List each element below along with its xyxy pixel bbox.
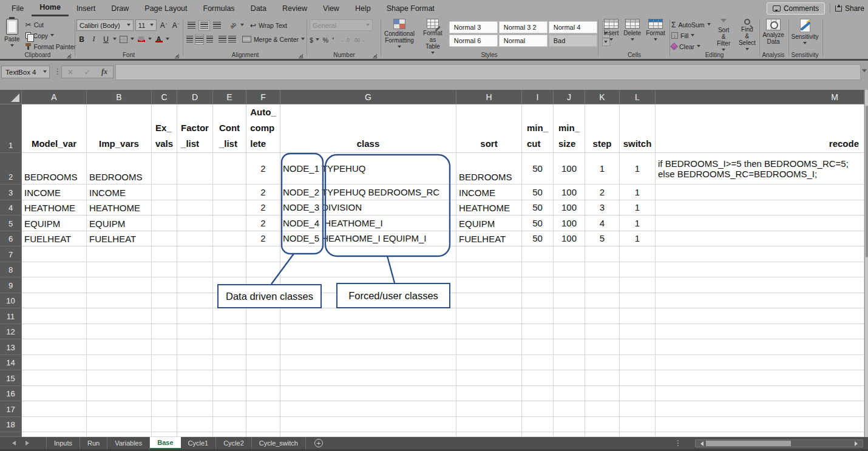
fill-color-button[interactable] — [136, 34, 146, 44]
row-header-9[interactable]: 9 — [0, 277, 22, 293]
row-header-4[interactable]: 4 — [0, 200, 22, 216]
cell-F7[interactable] — [246, 246, 280, 262]
cell-D16[interactable] — [177, 386, 213, 402]
cell-L4[interactable]: 1 — [620, 200, 656, 216]
cell-B8[interactable] — [87, 262, 152, 278]
confirm-entry-icon[interactable]: ✓ — [84, 68, 90, 76]
cell-J19[interactable] — [554, 432, 585, 437]
cell-K10[interactable] — [585, 293, 620, 309]
cell-J13[interactable] — [554, 339, 585, 355]
bold-button[interactable]: B — [76, 34, 87, 44]
cell-M16[interactable] — [656, 386, 864, 402]
row-header-5[interactable]: 5 — [0, 215, 22, 231]
cell-A10[interactable] — [22, 293, 87, 309]
column-header-B[interactable]: B — [87, 90, 152, 104]
cell-L18[interactable] — [620, 417, 656, 433]
cell-M2[interactable]: if BEDROOMS_I>=5 then BEDROOMS_RC=5; els… — [656, 153, 864, 185]
horizontal-scrollbar-thumb[interactable] — [706, 441, 791, 446]
cell-L5[interactable]: 1 — [620, 215, 656, 231]
align-bottom-button[interactable] — [211, 20, 223, 31]
column-header-C[interactable]: C — [152, 90, 177, 104]
cell-K2[interactable]: 1 — [585, 153, 620, 185]
cell-F15[interactable] — [246, 370, 280, 386]
font-color-dropdown[interactable] — [166, 38, 169, 42]
cell-H15[interactable] — [456, 370, 522, 386]
cell-A13[interactable] — [22, 339, 87, 355]
cell-J16[interactable] — [554, 386, 585, 402]
clear-button[interactable]: Clear — [671, 41, 711, 52]
cell-H3[interactable]: INCOME — [456, 185, 522, 200]
cell-B19[interactable] — [87, 432, 152, 437]
sensitivity-button[interactable]: Sensitivity — [790, 18, 820, 47]
cell-D13[interactable] — [177, 339, 213, 355]
cell-L3[interactable]: 1 — [620, 185, 656, 200]
cell-D7[interactable] — [177, 246, 213, 262]
cell-F18[interactable] — [246, 417, 280, 433]
hscroll-right-icon[interactable] — [855, 441, 860, 446]
cell-I13[interactable] — [522, 339, 554, 355]
cell-D3[interactable] — [177, 185, 213, 200]
cell-J14[interactable] — [554, 355, 585, 371]
cell-B5[interactable]: EQUIPM — [87, 215, 152, 231]
cell-L2[interactable]: 1 — [620, 153, 656, 185]
cell-F11[interactable] — [246, 308, 280, 324]
cell-K6[interactable]: 5 — [585, 231, 620, 247]
cell-H11[interactable] — [456, 308, 522, 324]
cell-G11[interactable] — [280, 308, 456, 324]
cell-B1[interactable]: Imp_vars — [87, 104, 152, 153]
alignment-dialog-launcher[interactable] — [299, 54, 303, 58]
row-header-2[interactable]: 2 — [0, 153, 22, 185]
cell-I10[interactable] — [522, 293, 554, 309]
font-size-select[interactable]: 11 — [135, 19, 157, 31]
cell-C14[interactable] — [152, 355, 177, 371]
number-format-select[interactable]: General — [310, 19, 373, 31]
ribbon-tab-file[interactable]: File — [4, 0, 32, 16]
orientation-dropdown[interactable] — [240, 24, 244, 28]
cell-I9[interactable] — [522, 277, 554, 293]
merge-center-button[interactable]: Merge & Center — [242, 34, 305, 44]
cell-I2[interactable]: 50 — [522, 153, 554, 185]
cell-I17[interactable] — [522, 401, 554, 417]
cell-G14[interactable] — [280, 355, 456, 371]
cell-H17[interactable] — [456, 401, 522, 417]
cell-L7[interactable] — [620, 246, 656, 262]
column-header-G[interactable]: G — [280, 90, 456, 104]
cell-K13[interactable] — [585, 339, 620, 355]
row-header-16[interactable]: 16 — [0, 386, 22, 402]
column-header-D[interactable]: D — [177, 90, 213, 104]
cell-E17[interactable] — [213, 401, 246, 417]
cell-J18[interactable] — [554, 417, 585, 433]
ribbon-tab-shape-format[interactable]: Shape Format — [379, 0, 442, 16]
cell-H19[interactable] — [456, 432, 522, 437]
cell-E13[interactable] — [213, 339, 246, 355]
cell-K14[interactable] — [585, 355, 620, 371]
cell-E6[interactable] — [213, 231, 246, 247]
cell-A6[interactable]: FUELHEAT — [22, 231, 87, 247]
cell-L15[interactable] — [620, 370, 656, 386]
cell-A19[interactable] — [22, 432, 87, 437]
cell-L13[interactable] — [620, 339, 656, 355]
cell-C18[interactable] — [152, 417, 177, 433]
select-all-corner[interactable] — [0, 90, 22, 104]
cell-M3[interactable] — [656, 185, 864, 200]
cell-B6[interactable]: FUELHEAT — [87, 231, 152, 247]
cell-D15[interactable] — [177, 370, 213, 386]
accounting-format-button[interactable]: $ — [310, 35, 319, 46]
cell-F2[interactable]: 2 — [246, 153, 280, 185]
share-button[interactable]: Share — [835, 4, 864, 13]
row-header-10[interactable]: 10 — [0, 293, 22, 309]
cell-H7[interactable] — [456, 246, 522, 262]
cell-D9[interactable] — [177, 277, 213, 293]
cell-A8[interactable] — [22, 262, 87, 278]
cell-I12[interactable] — [522, 324, 554, 340]
cell-I11[interactable] — [522, 308, 554, 324]
cell-E4[interactable] — [213, 200, 246, 216]
align-center-button[interactable] — [195, 34, 204, 45]
fill-button[interactable]: ↓Fill — [671, 30, 711, 41]
column-header-H[interactable]: H — [456, 90, 522, 104]
cell-K8[interactable] — [585, 262, 620, 278]
percent-style-button[interactable]: % — [323, 35, 328, 46]
sheet-nav-right-icon[interactable] — [25, 441, 32, 446]
underline-dropdown[interactable] — [113, 38, 117, 42]
row-header-15[interactable]: 15 — [0, 370, 22, 386]
